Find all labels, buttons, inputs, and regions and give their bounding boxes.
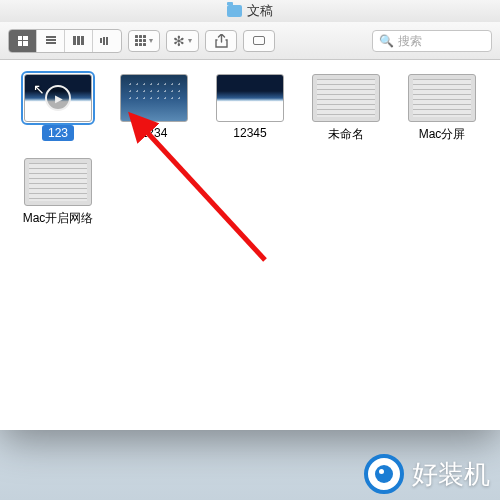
watermark-logo [364,454,404,494]
cursor-icon: ↖ [33,81,45,97]
file-grid[interactable]: ↖ 123 1234 12345 未命名 Mac分屏 Mac开启网络 [0,60,500,430]
coverflow-icon [100,36,114,45]
titlebar[interactable]: 文稿 [0,0,500,22]
file-item[interactable]: 12345 [214,74,286,144]
column-view-button[interactable] [65,30,93,52]
file-item[interactable]: 1234 [118,74,190,144]
file-thumbnail [408,74,476,122]
file-thumbnail [216,74,284,122]
file-thumbnail [312,74,380,122]
coverflow-view-button[interactable] [93,30,121,52]
file-thumbnail [120,74,188,122]
file-thumbnail: ↖ [24,74,92,122]
share-icon [215,34,228,48]
gear-icon: ✻ [173,34,185,48]
action-button[interactable]: ✻ ▾ [166,30,199,52]
arrange-button[interactable]: ▾ [128,30,160,52]
file-label: Mac分屏 [413,125,472,144]
file-thumbnail [24,158,92,206]
arrange-icon [135,35,146,46]
finder-window: 文稿 ▾ ✻ ▾ [0,0,500,430]
file-label: 未命名 [322,125,370,144]
tags-button[interactable] [243,30,275,52]
chevron-down-icon: ▾ [149,36,153,45]
icon-view-button[interactable] [9,30,37,52]
view-mode-group [8,29,122,53]
folder-icon [227,5,242,17]
share-button[interactable] [205,30,237,52]
file-item[interactable]: Mac分屏 [406,74,478,144]
list-view-button[interactable] [37,30,65,52]
file-item[interactable]: 未命名 [310,74,382,144]
tag-icon [253,36,265,45]
grid-icon [18,36,28,46]
file-item[interactable]: ↖ 123 [22,74,94,144]
file-label: 12345 [227,125,272,141]
search-icon: 🔍 [379,34,394,48]
file-label: 1234 [135,125,174,141]
columns-icon [73,36,85,45]
search-input[interactable] [398,34,485,48]
file-label: 123 [42,125,74,141]
list-icon [46,36,56,45]
file-label: Mac开启网络 [17,209,100,228]
toolbar: ▾ ✻ ▾ 🔍 [0,22,500,60]
window-title: 文稿 [247,2,273,20]
watermark: 好装机 [364,454,490,494]
watermark-text: 好装机 [412,457,490,492]
file-item[interactable]: Mac开启网络 [22,158,94,228]
chevron-down-icon: ▾ [188,36,192,45]
search-field[interactable]: 🔍 [372,30,492,52]
